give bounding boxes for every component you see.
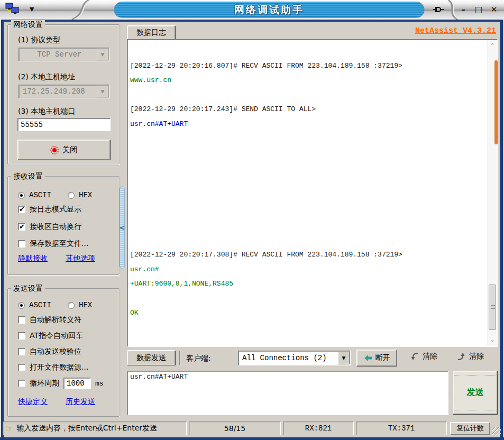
resize-grip[interactable] [492,427,501,436]
log-line: +UART:9600,8,1,NONE,RS485 [130,277,487,291]
data-log-area[interactable]: [2022-12-29 20:20:16.807]# RECV ASCII FR… [127,39,498,347]
app-icon[interactable] [5,3,23,16]
rx-count: RX:821 [305,424,332,433]
minimize-button[interactable]: – [457,4,470,15]
version-link[interactable]: NetAssist V4.3.21 [317,26,496,35]
chevron-down-icon: ▼ [338,352,350,364]
checkbox-label: 接收区自动换行 [30,222,81,232]
other-options-link[interactable]: 其他选项 [66,254,95,263]
close-button[interactable]: ✕ [488,4,500,15]
menu-dropdown-icon[interactable]: ▼ [30,6,34,13]
checkbox-label: AT指令自动回车 [30,331,83,341]
reset-count-label: 复位计数 [456,424,484,433]
checkbox-log-mode[interactable]: ✔ 按日志模式显示 [18,204,81,215]
recv-ascii-label: ASCII [29,191,51,199]
log-line [130,218,487,233]
tab-data-log[interactable]: 数据日志 [127,25,176,40]
history-send-link[interactable]: 历史发送 [66,397,95,407]
tab-data-send[interactable]: 数据发送 [127,350,176,365]
send-ascii-radio[interactable]: ASCII [18,300,51,310]
log-line [130,88,487,103]
silent-recv-link[interactable]: 静默接收 [18,254,48,263]
log-line [130,291,487,306]
status-bar: ☞ 输入发送内容，按Enter或Ctrl+Enter发送 58/15 RX:82… [3,419,500,437]
radio-icon [68,302,75,309]
checkbox-auto-wrap[interactable]: ✔ 接收区自动换行 [18,222,81,232]
checkbox-icon: ✔ [18,332,25,340]
scrollbar-thumb[interactable] [489,285,496,330]
status-tx-panel: TX:371 [356,421,447,435]
cycle-period-value: 1000 [67,379,85,388]
frame-right-edge [500,20,504,440]
window-scroll-indicator[interactable] [494,60,498,144]
send-hex-radio[interactable]: HEX [68,300,92,310]
tab-data-send-label: 数据发送 [136,353,166,363]
network-settings-title: 网络设置 [11,20,45,30]
log-line: OK [130,306,487,320]
log-line [130,233,487,248]
recv-ascii-radio[interactable]: ASCII [18,190,51,200]
cycle-label: 循环周期 [30,379,59,388]
close-connection-label: 关闭 [62,145,78,155]
checkbox-cycle-send[interactable]: ✔ 循环周期 1000 ms [18,378,104,389]
network-settings-group: 网络设置 (1) 协议类型 TCP Server ▼ (2) 本地主机地址 17… [7,24,120,164]
checkbox-at-cr[interactable]: ✔ AT指令自动回车 [18,331,83,341]
protocol-label: (1) 协议类型 [18,35,60,45]
send-hex-label: HEX [79,301,92,309]
checkbox-icon: ✔ [18,240,25,248]
titlebar[interactable]: ▼ 网络调试助手 – □ ✕ [0,0,504,20]
recv-settings-group: 接收设置 ASCII HEX ✔ 按日志模式显示 ✔ 接收区自动换行 ✔ 保存数… [7,176,120,275]
port-input[interactable]: 55555 [17,118,111,131]
recv-hex-radio[interactable]: HEX [68,190,92,200]
checkbox-icon: ✔ [18,316,25,324]
titlebar-curve-left [62,0,94,20]
toolbar-divider [179,351,180,365]
scroll-down-icon[interactable]: ⌄ [488,335,497,345]
log-line [130,146,487,161]
reset-count-button[interactable]: 复位计数 [450,422,490,435]
recv-settings-title: 接收设置 [11,172,45,181]
clear-send-button[interactable]: 清除 [456,352,484,361]
clear-recv-button[interactable]: 清除 [410,352,437,361]
log-line [130,44,487,59]
send-button[interactable]: 发送 [453,371,498,415]
status-counter-panel: 58/15 [189,421,281,435]
checkbox-escape-parse[interactable]: ✔ 自动解析转义符 [18,315,81,325]
protocol-select[interactable]: TCP Server ▼ [19,48,109,61]
maximize-button[interactable]: □ [472,4,485,15]
cycle-unit-label: ms [95,380,104,388]
client-label: 客户端: [186,354,211,363]
quick-define-link[interactable]: 快捷定义 [18,397,48,407]
frame-left-edge [0,20,4,440]
checkbox-label: 打开文件数据源... [30,363,88,372]
radio-selected-icon [18,302,25,309]
pin-icon[interactable] [433,5,444,14]
close-connection-button[interactable]: 关闭 [17,140,111,160]
connection-select[interactable]: All Connections (2) ▼ [238,351,351,365]
log-line [130,160,487,175]
scroll-up-icon[interactable]: ⌃ [488,41,497,51]
status-hint-panel: ☞ 输入发送内容，按Enter或Ctrl+Enter发送 [3,421,187,435]
recv-hex-label: HEX [79,191,92,199]
send-input[interactable]: usr.cn#AT+UART [127,371,448,415]
log-line [130,204,487,219]
send-button-label: 发送 [454,375,497,410]
log-line: www.usr.cn [130,73,487,88]
tx-count: TX:371 [388,424,415,433]
panel-splitter[interactable]: < [120,186,125,269]
status-hint: 输入发送内容，按Enter或Ctrl+Enter发送 [16,424,181,433]
checkbox-file-source[interactable]: ✔ 打开文件数据源... [18,362,88,373]
checkbox-save-to-file[interactable]: ✔ 保存数据至文件... [18,239,88,249]
window-title: 网络调试助手 [234,3,304,17]
frame-top-edge [0,20,504,22]
host-select[interactable]: 172.25.249.208 ▼ [19,85,109,98]
send-input-value: usr.cn#AT+UART [130,373,188,381]
frame-bottom-edge [0,437,504,440]
disconnect-button[interactable]: 断开 [356,350,397,366]
tab-data-log-label: 数据日志 [136,28,166,38]
arrow-curve-up-icon [456,352,466,361]
checkbox-auto-checksum[interactable]: ✔ 自动发送校验位 [18,346,81,357]
clear-send-label: 清除 [469,352,484,361]
cycle-period-input[interactable]: 1000 [63,378,91,389]
port-value: 55555 [21,121,43,129]
